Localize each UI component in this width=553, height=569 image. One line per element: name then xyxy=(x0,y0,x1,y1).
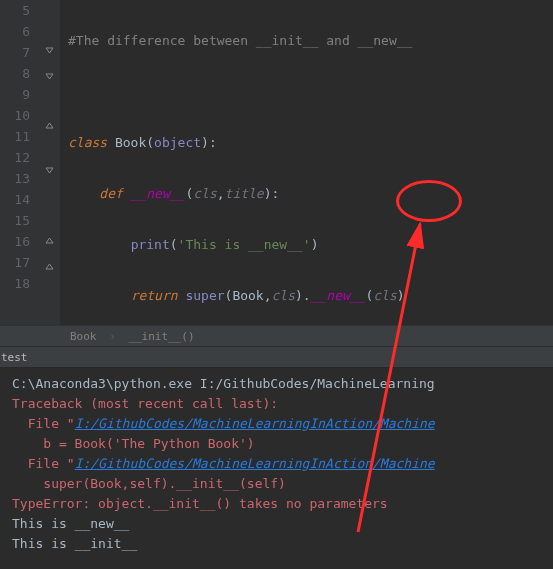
console-output[interactable]: C:\Anaconda3\python.exe I:/GithubCodes/M… xyxy=(0,368,553,560)
console-line: C:\Anaconda3\python.exe I:/GithubCodes/M… xyxy=(12,374,541,394)
fold-toggle[interactable] xyxy=(38,47,60,68)
line-number: 10 xyxy=(0,105,30,126)
fold-column xyxy=(38,0,60,325)
fold-end[interactable] xyxy=(38,235,60,256)
console-traceback: Traceback (most recent call last): xyxy=(12,394,541,414)
line-number: 5 xyxy=(0,0,30,21)
line-number: 11 xyxy=(0,126,30,147)
error-message: TypeError: object.__init__() takes no pa… xyxy=(12,494,541,514)
traceback-link[interactable]: I:/GithubCodes/MachineLearningInAction/M… xyxy=(75,416,435,431)
line-number: 14 xyxy=(0,189,30,210)
line-number: 9 xyxy=(0,84,30,105)
run-tab-label[interactable]: test xyxy=(1,351,28,364)
fold-toggle[interactable] xyxy=(38,73,60,94)
line-number-gutter: 5 6 7 8 9 10 11 12 13 14 15 16 17 18 xyxy=(0,0,38,325)
comment: #The difference between __init__ and __n… xyxy=(68,33,412,48)
code-editor[interactable]: 5 6 7 8 9 10 11 12 13 14 15 16 17 18 #Th… xyxy=(0,0,553,325)
traceback-link[interactable]: I:/GithubCodes/MachineLearningInAction/M… xyxy=(75,456,435,471)
line-number: 6 xyxy=(0,21,30,42)
fold-toggle[interactable] xyxy=(38,167,60,188)
line-number: 18 xyxy=(0,273,30,294)
line-number: 16 xyxy=(0,231,30,252)
code-content[interactable]: #The difference between __init__ and __n… xyxy=(60,0,553,325)
line-number: 12 xyxy=(0,147,30,168)
line-number: 17 xyxy=(0,252,30,273)
line-number: 13 xyxy=(0,168,30,189)
fold-end[interactable] xyxy=(38,120,60,141)
line-number: 8 xyxy=(0,63,30,84)
line-number: 15 xyxy=(0,210,30,231)
line-number xyxy=(0,294,30,315)
fold-end[interactable] xyxy=(38,261,60,282)
line-number: 7 xyxy=(0,42,30,63)
